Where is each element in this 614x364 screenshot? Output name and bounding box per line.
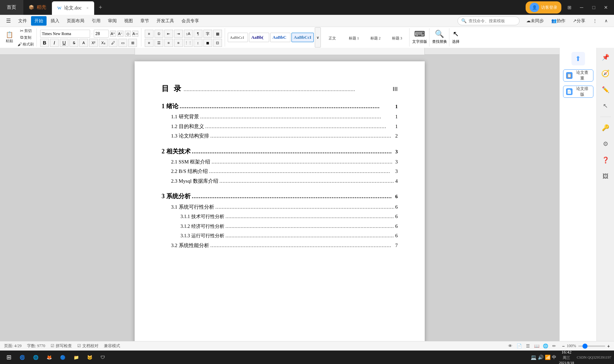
char-spacing-button[interactable]: A↔ — [132, 31, 138, 37]
sidebar-help-button[interactable]: ❓ — [599, 153, 612, 167]
share-button[interactable]: ↗ 分享 — [569, 16, 589, 26]
indent-button[interactable]: ⇥ — [174, 30, 183, 38]
doc-check-item[interactable]: ☑ 文档校对 — [77, 343, 99, 349]
tab-home[interactable]: 首页 — [0, 0, 23, 15]
outdent-button[interactable]: ⇤ — [164, 30, 173, 38]
reader-view-button[interactable]: 📖 — [533, 342, 540, 350]
taskbar-app2[interactable]: 🛡 — [97, 352, 108, 363]
numbered-list-button[interactable]: ① — [155, 30, 163, 38]
font-name-selector[interactable] — [40, 30, 90, 38]
taskbar-explorer[interactable]: 📁 — [70, 352, 82, 363]
sidebar-edit-button[interactable]: ✏️ — [599, 83, 612, 96]
layout-toggle-button[interactable]: ⊞ — [564, 3, 575, 12]
ribbon-devtools[interactable]: 开发工具 — [153, 16, 177, 26]
zoom-in-button[interactable]: + — [607, 343, 610, 349]
ribbon-menu-icon[interactable]: ☰ — [3, 16, 14, 26]
ribbon-home[interactable]: 开始 — [31, 16, 47, 26]
ribbon-member[interactable]: 会员专享 — [178, 16, 202, 26]
shading-button[interactable]: ▭ — [118, 39, 127, 47]
search-bar[interactable]: 🔍 — [457, 17, 520, 25]
paper-layout-button[interactable]: 📄 论文排版 — [563, 86, 593, 98]
bullet-list-button[interactable]: ≡ — [145, 30, 154, 38]
tab-daoke[interactable]: 📦 稻壳 — [23, 0, 52, 15]
tab-add-button[interactable]: + — [94, 0, 107, 15]
font-size-selector[interactable] — [94, 30, 109, 38]
taskbar-edge[interactable]: 🔵 — [57, 352, 69, 363]
style-h2-btn[interactable]: AaBbC — [270, 33, 290, 42]
ribbon-review[interactable]: 审阅 — [105, 16, 120, 26]
zoom-slider[interactable] — [578, 345, 605, 347]
eye-view-button[interactable]: 👁 — [507, 342, 514, 350]
copy-button[interactable]: ⧉ 复制 — [16, 34, 35, 40]
subscript-button[interactable]: X₂ — [99, 39, 108, 47]
border-button[interactable]: ⊞ — [128, 39, 137, 47]
style-h3-btn[interactable]: AaBbCcI — [291, 33, 314, 42]
ribbon-chapter[interactable]: 章节 — [137, 16, 152, 26]
ribbon-layout[interactable]: 页面布局 — [63, 16, 88, 26]
ribbon-references[interactable]: 引用 — [88, 16, 104, 26]
sidebar-settings-button[interactable]: ⚙ — [599, 137, 612, 151]
style-h1-btn[interactable]: AaBb( — [249, 33, 269, 42]
sidebar-nav-button[interactable]: 🧭 — [599, 67, 612, 80]
ribbon-view[interactable]: 视图 — [121, 16, 136, 26]
tab-close-icon[interactable]: × — [86, 6, 89, 11]
bold-button[interactable]: B — [40, 39, 49, 47]
columns-button[interactable]: ⋮⋮ — [184, 39, 193, 47]
show-marks-button[interactable]: ¶ — [194, 30, 202, 38]
sidebar-cursor-button[interactable]: ↖ — [599, 99, 612, 113]
sidebar-pin-button[interactable]: 📌 — [599, 51, 612, 64]
paste-button[interactable]: 📋 粘贴 — [3, 29, 16, 46]
taskbar-wps[interactable]: 🌀 — [16, 352, 28, 363]
border2-button[interactable]: ⊡ — [213, 39, 222, 47]
search-input[interactable] — [469, 19, 516, 23]
font-size-decrease-button[interactable]: A⁻ — [117, 31, 123, 37]
font-color-button[interactable]: A — [79, 39, 88, 47]
clear-format-button[interactable]: ◇ — [125, 31, 131, 37]
paper-check-button[interactable]: 📋 论文查重 — [563, 69, 593, 82]
style-normal-btn[interactable]: AaBbCcI — [228, 33, 248, 42]
sidebar-image-button[interactable]: 🖼 — [599, 170, 612, 183]
strikethrough-button[interactable]: S̶ — [69, 39, 78, 47]
start-button[interactable]: ⊞ — [3, 352, 15, 363]
format-painter-button[interactable]: 🖌 格式刷 — [16, 41, 35, 47]
collab-button[interactable]: 👥 协作 — [548, 16, 569, 26]
outline-view-button[interactable]: ☰ — [524, 342, 532, 350]
underline-button[interactable]: U — [60, 39, 68, 47]
word-count-button[interactable]: 字 — [203, 30, 212, 38]
line-spacing-button[interactable]: ↕ — [194, 39, 202, 47]
web-view-button[interactable]: 🌐 — [542, 342, 549, 350]
ribbon-insert[interactable]: 插入 — [47, 16, 63, 26]
zoom-out-button[interactable]: − — [562, 343, 565, 349]
ruler-button[interactable]: ▦ — [213, 30, 222, 38]
tab-doc[interactable]: W 论文.doc × — [52, 1, 94, 15]
sort-button[interactable]: ↕A — [184, 30, 193, 38]
highlight-button[interactable]: 🖊 — [109, 39, 117, 47]
sync-button[interactable]: ☁ 未同步 — [523, 16, 547, 26]
taskbar-app1[interactable]: 🐱 — [84, 352, 96, 363]
ribbon-file[interactable]: 文件 — [15, 16, 30, 26]
close-button[interactable]: ✕ — [601, 3, 611, 12]
login-button[interactable]: 👤 访客登录 — [526, 1, 561, 13]
minimize-button[interactable]: ─ — [576, 3, 587, 12]
collapse-ribbon-button[interactable]: ∧ — [601, 16, 611, 26]
styles-dropdown-button[interactable]: ∨ — [315, 27, 321, 48]
upload-button[interactable]: ⬆ — [571, 52, 585, 65]
taskbar-browser[interactable]: 🌐 — [30, 352, 42, 363]
spell-check-item[interactable]: ☑ 拼写检查 — [51, 343, 72, 349]
align-center-button[interactable]: ☰ — [155, 39, 163, 47]
italic-button[interactable]: I — [50, 39, 59, 47]
font-size-increase-button[interactable]: A⁺ — [110, 31, 116, 37]
cut-button[interactable]: ✂ 剪切 — [16, 28, 35, 34]
page-view-button[interactable]: 📄 — [515, 342, 523, 350]
taskbar-firefox[interactable]: 🦊 — [43, 352, 55, 363]
sidebar-key-button[interactable]: 🔑 — [599, 121, 612, 134]
more-button[interactable]: ⋮ — [589, 16, 601, 26]
annotate-button[interactable]: ✏ — [551, 342, 558, 350]
maximize-button[interactable]: □ — [588, 3, 599, 12]
shading2-button[interactable]: ◼ — [203, 39, 212, 47]
superscript-button[interactable]: X² — [89, 39, 98, 47]
justify-button[interactable]: ≡ — [174, 39, 183, 47]
document-area[interactable]: 目 录 ....................................… — [0, 48, 559, 341]
align-left-button[interactable]: ≡ — [145, 39, 154, 47]
align-right-button[interactable]: ≡ — [164, 39, 173, 47]
